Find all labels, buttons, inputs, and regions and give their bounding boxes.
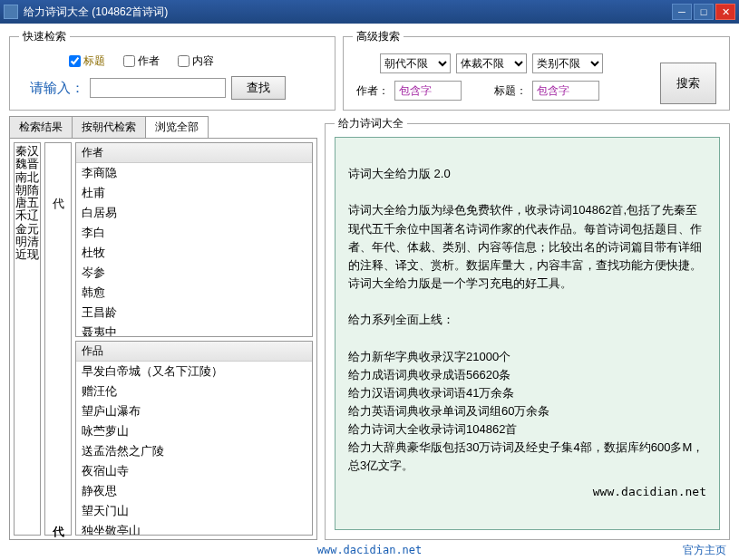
quick-legend: 快速检索 (19, 29, 70, 44)
work-header: 作品 (76, 342, 312, 362)
title-label: 标题： (494, 83, 527, 99)
tab-dynasty[interactable]: 按朝代检索 (72, 116, 146, 138)
list-item[interactable]: 望天门山 (76, 501, 312, 521)
author-list[interactable]: 作者 李商隐杜甫白居易李白杜牧岑参韩愈王昌龄聂夷中 (75, 142, 313, 337)
list-item[interactable]: 李白 (76, 223, 312, 243)
dynasty-select[interactable]: 朝代不限 (380, 53, 451, 73)
author-header: 作者 (76, 143, 312, 163)
list-item[interactable]: 望庐山瀑布 (76, 401, 312, 421)
list-item[interactable]: 静夜思 (76, 481, 312, 501)
check-title[interactable]: 标题 (69, 53, 105, 69)
quick-input[interactable] (90, 78, 226, 98)
poem-url: www.dacidian.net (348, 483, 706, 501)
left-pane: 检索结果 按朝代检索 浏览全部 秦汉魏晋南北朝隋唐五禾辽金元明清近现 代 代代 … (9, 116, 317, 540)
check-content[interactable]: 内容 (178, 53, 214, 69)
advanced-search-group: 高级搜索 朝代不限 体裁不限 类别不限 作者： 标题： 搜索 (343, 29, 730, 111)
quick-search-group: 快速检索 标题 作者 内容 请输入： 查找 (9, 29, 335, 111)
footer-site[interactable]: www.dacidian.net (317, 544, 423, 556)
close-button[interactable]: ✕ (715, 4, 735, 20)
dynasty-column-2[interactable]: 代 代代 (44, 142, 72, 536)
check-content-box[interactable] (178, 55, 190, 67)
footer-home-link[interactable]: 官方主页 (683, 543, 726, 558)
list-item[interactable]: 白居易 (76, 203, 312, 223)
app-icon (4, 5, 18, 19)
list-item[interactable]: 王昌龄 (76, 303, 312, 323)
tab-results[interactable]: 检索结果 (9, 116, 73, 138)
list-item[interactable]: 李商隐 (76, 163, 312, 183)
adv-legend: 高级搜索 (353, 29, 404, 44)
check-author-box[interactable] (123, 55, 135, 67)
footer: www.dacidian.net 官方主页 (9, 540, 730, 556)
minimize-button[interactable]: ─ (672, 4, 692, 20)
author-label: 作者： (356, 83, 389, 99)
quick-prompt: 请输入： (30, 80, 84, 97)
author-input[interactable] (394, 81, 462, 101)
list-item[interactable]: 夜宿山寺 (76, 461, 312, 481)
list-item[interactable]: 赠汪伦 (76, 381, 312, 401)
poem-legend: 给力诗词大全 (335, 116, 407, 131)
list-item[interactable]: 杜甫 (76, 183, 312, 203)
search-button[interactable]: 搜索 (660, 63, 716, 104)
titlebar: 给力诗词大全 (104862首诗词) ─ □ ✕ (0, 0, 739, 24)
form-select[interactable]: 体裁不限 (456, 53, 527, 73)
list-item[interactable]: 韩愈 (76, 283, 312, 303)
list-item[interactable]: 送孟浩然之广陵 (76, 441, 312, 461)
list-item[interactable]: 聂夷中 (76, 323, 312, 337)
list-item[interactable]: 杜牧 (76, 243, 312, 263)
category-select[interactable]: 类别不限 (532, 53, 603, 73)
tab-browse-all[interactable]: 浏览全部 (145, 116, 209, 138)
window-title: 给力诗词大全 (104862首诗词) (24, 5, 672, 20)
poem-panel: 给力诗词大全 诗词大全给力版 2.0 诗词大全给力版为绿色免费软件，收录诗词10… (325, 116, 730, 540)
poem-content[interactable]: 诗词大全给力版 2.0 诗词大全给力版为绿色免费软件，收录诗词104862首,包… (335, 137, 720, 530)
check-author[interactable]: 作者 (123, 53, 160, 69)
list-item[interactable]: 独坐敬亭山 (76, 521, 312, 536)
list-item[interactable]: 岑参 (76, 263, 312, 283)
list-item[interactable]: 咏苎萝山 (76, 421, 312, 441)
dynasty-column[interactable]: 秦汉魏晋南北朝隋唐五禾辽金元明清近现 (14, 142, 41, 536)
list-item[interactable]: 早发白帝城（又名下江陵） (76, 362, 312, 381)
maximize-button[interactable]: □ (694, 4, 714, 20)
work-list[interactable]: 作品 早发白帝城（又名下江陵）赠汪伦望庐山瀑布咏苎萝山送孟浩然之广陵夜宿山寺静夜… (75, 341, 313, 536)
check-title-box[interactable] (69, 55, 81, 67)
find-button[interactable]: 查找 (231, 76, 286, 100)
title-input[interactable] (532, 81, 599, 101)
